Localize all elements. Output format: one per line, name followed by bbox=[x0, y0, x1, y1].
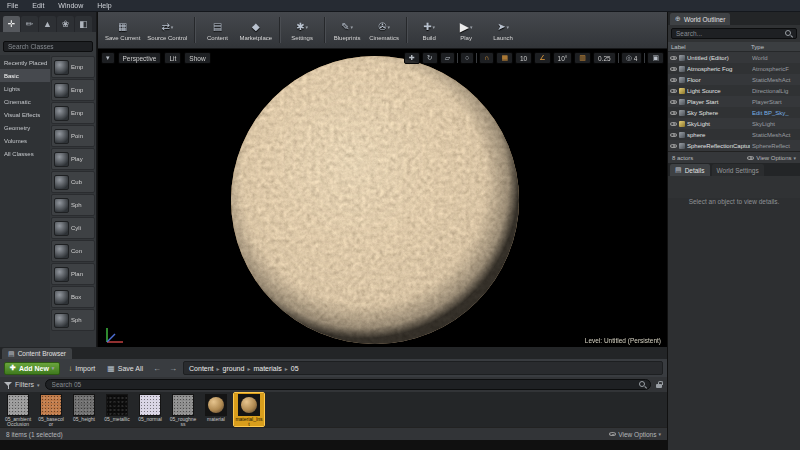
outliner-row[interactable]: sphere StaticMeshAct bbox=[668, 129, 800, 140]
place-mode-tab[interactable]: ✛ bbox=[3, 16, 20, 32]
outliner-row[interactable]: Light Source DirectionalLig bbox=[668, 85, 800, 96]
menu-edit[interactable]: Edit bbox=[25, 0, 51, 12]
outliner-row[interactable]: Sky Sphere Edit BP_Sky_ bbox=[668, 107, 800, 118]
tab-world-outliner[interactable]: ⊕ World Outliner bbox=[670, 13, 730, 25]
source-control-button[interactable]: ⇄▾ Source Control bbox=[144, 14, 190, 47]
lock-icon[interactable] bbox=[656, 381, 663, 389]
asset-search-input[interactable] bbox=[45, 379, 651, 390]
level-viewport[interactable]: ▾ Perspective Lit Show ✚ ↻ ▱ ○ ∩ ▦ 10 ∠ … bbox=[98, 49, 667, 347]
grid-snap-value[interactable]: 10 bbox=[515, 52, 532, 64]
outliner-row[interactable]: Player Start PlayerStart bbox=[668, 96, 800, 107]
tab-details[interactable]: ▤ Details bbox=[670, 164, 710, 176]
marketplace-button[interactable]: ◆ Marketplace bbox=[236, 14, 275, 47]
asset-tile[interactable]: 05_normal bbox=[135, 393, 165, 426]
outliner-row[interactable]: Atmospheric Fog AtmosphericF bbox=[668, 63, 800, 74]
breadcrumb-item-materials[interactable]: materials bbox=[253, 365, 281, 372]
content-browser-view-options-button[interactable]: View Options ▾ bbox=[609, 431, 661, 438]
placeable-item[interactable]: Emp bbox=[51, 102, 95, 124]
menu-file[interactable]: File bbox=[0, 0, 25, 12]
category-recently-placed[interactable]: Recently Placed bbox=[0, 56, 50, 69]
scale-snap-toggle[interactable]: ▥ bbox=[574, 52, 591, 64]
viewport-options-button[interactable]: ▾ bbox=[101, 52, 115, 64]
visibility-eye-icon[interactable] bbox=[670, 67, 677, 71]
outliner-column-header[interactable]: Label Type bbox=[668, 42, 800, 52]
add-new-button[interactable]: ✚ Add New ▾ bbox=[4, 362, 60, 375]
category-basic[interactable]: Basic bbox=[0, 69, 50, 82]
rotation-snap-value[interactable]: 10° bbox=[553, 52, 573, 64]
tab-content-browser[interactable]: ▤ Content Browser bbox=[2, 348, 72, 359]
launch-button[interactable]: ➤▾ Launch bbox=[485, 14, 521, 47]
maximize-viewport-button[interactable]: ▣ bbox=[647, 52, 664, 64]
placeable-item[interactable]: Poin bbox=[51, 125, 95, 147]
build-button[interactable]: ✚▾ Build bbox=[411, 14, 447, 47]
asset-tile[interactable]: 05_roughness bbox=[168, 393, 198, 426]
category-lights[interactable]: Lights bbox=[0, 82, 50, 95]
settings-button[interactable]: ✱▾ Settings bbox=[284, 14, 320, 47]
category-visual-effects[interactable]: Visual Effects bbox=[0, 108, 50, 121]
camera-speed-button[interactable]: ◎4 bbox=[621, 52, 643, 64]
visibility-eye-icon[interactable] bbox=[670, 133, 677, 137]
placeable-item[interactable]: Box bbox=[51, 286, 95, 308]
visibility-eye-icon[interactable] bbox=[670, 122, 677, 126]
asset-tile[interactable]: 05_ambient Occlusion bbox=[3, 393, 33, 426]
placeable-item[interactable]: Emp bbox=[51, 56, 95, 78]
placeable-item[interactable]: Sph bbox=[51, 194, 95, 216]
outliner-row[interactable]: Floor StaticMeshAct bbox=[668, 74, 800, 85]
rotation-snap-toggle[interactable]: ∠ bbox=[534, 52, 550, 64]
tab-world-settings[interactable]: World Settings bbox=[712, 164, 764, 176]
visibility-eye-icon[interactable] bbox=[670, 111, 677, 115]
asset-tile[interactable]: 05_basecolor bbox=[36, 393, 66, 426]
filters-button[interactable]: Filters ▾ bbox=[4, 381, 40, 389]
outliner-view-options-button[interactable]: View Options ▾ bbox=[747, 155, 796, 161]
scale-tool-button[interactable]: ▱ bbox=[440, 52, 455, 64]
breadcrumb-item-ground[interactable]: ground bbox=[223, 365, 245, 372]
geometry-mode-tab[interactable]: ◧ bbox=[75, 16, 92, 32]
visibility-eye-icon[interactable] bbox=[670, 56, 677, 60]
placeable-item[interactable]: Play bbox=[51, 148, 95, 170]
visibility-eye-icon[interactable] bbox=[670, 89, 677, 93]
category-volumes[interactable]: Volumes bbox=[0, 134, 50, 147]
foliage-mode-tab[interactable]: ❀ bbox=[57, 16, 74, 32]
breadcrumb-item-05[interactable]: 05 bbox=[291, 365, 299, 372]
content-button[interactable]: ▤ Content bbox=[199, 14, 235, 47]
asset-tile[interactable]: 05_metallic bbox=[102, 393, 132, 426]
show-flags-button[interactable]: Show bbox=[184, 52, 210, 64]
placeable-item[interactable]: Cub bbox=[51, 171, 95, 193]
breadcrumb-item-content[interactable]: Content bbox=[189, 365, 214, 372]
import-button[interactable]: ↓ Import bbox=[64, 362, 99, 375]
category-all-classes[interactable]: All Classes bbox=[0, 147, 50, 160]
asset-tile[interactable]: 05_height bbox=[69, 393, 99, 426]
outliner-search-input[interactable] bbox=[671, 28, 797, 39]
translate-tool-button[interactable]: ✚ bbox=[404, 52, 420, 64]
scale-snap-value[interactable]: 0.25 bbox=[593, 52, 616, 64]
category-geometry[interactable]: Geometry bbox=[0, 121, 50, 134]
placeable-item[interactable]: Emp bbox=[51, 79, 95, 101]
edit-blueprint-link[interactable]: Edit BP_Sky_ bbox=[752, 110, 798, 116]
save-all-button[interactable]: ▦ Save All bbox=[103, 362, 147, 375]
landscape-mode-tab[interactable]: ▲ bbox=[39, 16, 56, 32]
outliner-row[interactable]: Untitled (Editor) World bbox=[668, 52, 800, 63]
forward-button[interactable]: → bbox=[167, 364, 179, 373]
save-current-button[interactable]: ▦ Save Current bbox=[102, 14, 143, 47]
cinematics-button[interactable]: ✇▾ Cinematics bbox=[366, 14, 402, 47]
play-button[interactable]: ▶▾ Play bbox=[448, 14, 484, 47]
menu-help[interactable]: Help bbox=[90, 0, 118, 12]
surface-snap-toggle[interactable]: ∩ bbox=[479, 52, 494, 64]
perspective-button[interactable]: Perspective bbox=[118, 52, 162, 64]
placeable-item[interactable]: Cyli bbox=[51, 217, 95, 239]
world-space-toggle[interactable]: ○ bbox=[460, 52, 474, 64]
placeable-item[interactable]: Con bbox=[51, 240, 95, 262]
search-classes-input[interactable] bbox=[3, 41, 93, 52]
asset-tile-selected[interactable]: material_Inst bbox=[234, 393, 264, 426]
grid-snap-toggle[interactable]: ▦ bbox=[496, 52, 513, 64]
back-button[interactable]: ← bbox=[151, 364, 163, 373]
menu-window[interactable]: Window bbox=[51, 0, 90, 12]
category-cinematic[interactable]: Cinematic bbox=[0, 95, 50, 108]
outliner-row[interactable]: SkyLight SkyLight bbox=[668, 118, 800, 129]
paint-mode-tab[interactable]: ✏ bbox=[21, 16, 38, 32]
outliner-row[interactable]: SphereReflectionCapture SphereReflect bbox=[668, 140, 800, 151]
asset-tile[interactable]: material bbox=[201, 393, 231, 426]
visibility-eye-icon[interactable] bbox=[670, 144, 677, 148]
visibility-eye-icon[interactable] bbox=[670, 100, 677, 104]
placeable-item[interactable]: Plan bbox=[51, 263, 95, 285]
